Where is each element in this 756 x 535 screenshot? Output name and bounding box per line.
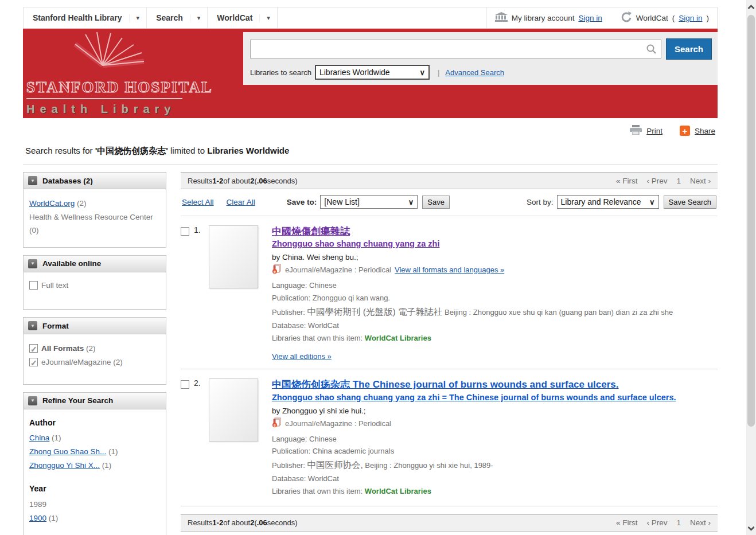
save-to-select[interactable]: [New List] ∨	[320, 195, 418, 209]
share-plus-icon[interactable]: +	[680, 126, 690, 136]
page: Stanford Health Library ▾ Search ▾ World…	[23, 0, 718, 535]
result-2-publisher-cjk: 中国医师协会,	[307, 460, 363, 470]
vertical-scrollbar[interactable]	[746, 0, 756, 535]
facet-worldcat-org-link[interactable]: WorldCat.org	[29, 199, 75, 208]
sort-by-select[interactable]: Library and Relevance ∨	[557, 195, 659, 209]
pagination-prev[interactable]: ‹ Prev	[646, 518, 667, 527]
full-text-checkbox[interactable]	[29, 281, 38, 290]
result-1-database: Database: WorldCat	[272, 319, 718, 332]
results-heading-middle: limited to	[168, 146, 207, 155]
pagination-prev[interactable]: ‹ Prev	[646, 177, 667, 185]
results-of-about: of about	[223, 177, 250, 185]
result-2-worldcat-libraries-link[interactable]: WorldCat Libraries	[365, 487, 431, 495]
result-2-publisher-label: Publisher:	[272, 461, 307, 470]
result-2-checkbox[interactable]	[181, 380, 189, 389]
library-sign-in-link[interactable]: Sign in	[578, 14, 602, 22]
author-china-link[interactable]: China	[29, 434, 49, 442]
print-link[interactable]: Print	[646, 127, 663, 135]
libraries-to-search-label: Libraries to search	[250, 68, 311, 77]
result-1-number: 1.	[194, 225, 209, 361]
result-1-checkbox[interactable]	[181, 227, 189, 236]
menu-worldcat[interactable]: WorldCat ▾	[208, 7, 278, 28]
worldcat-sign-in-link[interactable]: Sign in	[679, 14, 702, 22]
results-bar-top: Results 1-2 of about 2 (.06 seconds) « F…	[181, 172, 718, 189]
results-toolbar: Select All Clear All Save to: [New List]…	[181, 189, 718, 216]
result-1-worldcat-libraries-link[interactable]: WorldCat Libraries	[365, 334, 431, 342]
results-time: .06	[257, 518, 267, 527]
worldcat-swirl-icon	[621, 11, 632, 25]
save-search-button[interactable]: Save Search	[664, 196, 716, 209]
pagination-page-1[interactable]: 1	[676, 518, 681, 527]
collapse-icon[interactable]: ▼	[28, 321, 37, 330]
pagination-next[interactable]: Next ›	[690, 177, 711, 185]
facet-format-title: Format	[42, 322, 69, 330]
all-formats-count: (2)	[84, 344, 95, 353]
results-range: 1-2	[212, 518, 223, 527]
menu-search-label[interactable]: Search	[147, 13, 190, 22]
result-1-view-editions-link[interactable]: View all editions »	[272, 352, 332, 361]
stanford-hospital-logo: STANFORD HOSPITAL Health Library	[26, 30, 216, 116]
result-row-2: 2. 中国烧伤创疡杂志 The Chinese journal of burns…	[181, 369, 718, 506]
chevron-down-icon[interactable]: ▾	[190, 14, 208, 22]
scrollbar-thumb[interactable]	[747, 15, 755, 427]
author-zhongguoshao-link[interactable]: Zhong Guo Shao Sh...	[29, 447, 106, 456]
search-button[interactable]: Search	[666, 38, 712, 60]
separator: |	[438, 68, 439, 77]
results-time: .06	[257, 177, 267, 185]
pagination-first[interactable]: « First	[616, 177, 638, 185]
result-2-subtitle-link[interactable]: Zhongguo shao shang chuang yang za zhi =…	[272, 393, 676, 402]
pagination-page-1[interactable]: 1	[676, 177, 681, 185]
result-1-subtitle-link[interactable]: Zhongguo shao shang chuang yang za zhi	[272, 239, 439, 248]
collapse-icon[interactable]: ▼	[28, 396, 37, 405]
year-1900-link[interactable]: 1900	[29, 514, 46, 522]
top-menu-bar: Stanford Health Library ▾ Search ▾ World…	[23, 7, 718, 29]
facet-refine-title: Refine Your Search	[42, 396, 113, 405]
result-2-title-link[interactable]: 中国烧伤创疡杂志 The Chinese journal of burns wo…	[272, 379, 619, 390]
results-heading-scope: Libraries Worldwide	[207, 146, 289, 155]
result-2-publisher-rest: Beijing : Zhongguo yi shi xie hui, 1989-	[363, 461, 493, 470]
printer-icon[interactable]	[630, 125, 642, 136]
menu-worldcat-label[interactable]: WorldCat	[208, 13, 259, 22]
chevron-down-icon[interactable]: ▾	[129, 14, 147, 22]
results-suffix: seconds)	[267, 177, 298, 185]
pagination-first[interactable]: « First	[616, 518, 638, 527]
select-all-link[interactable]: Select All	[182, 198, 214, 206]
facet-hw-resource-center: Health & Wellness Resource Center (0)	[29, 211, 160, 237]
collapse-icon[interactable]: ▼	[28, 259, 37, 268]
menu-search[interactable]: Search ▾	[147, 7, 208, 28]
menu-stanford-health-library-label[interactable]: Stanford Health Library	[24, 13, 129, 22]
menu-stanford-health-library[interactable]: Stanford Health Library ▾	[24, 7, 147, 28]
save-to-label: Save to:	[287, 198, 317, 206]
clear-all-link[interactable]: Clear All	[227, 198, 255, 206]
libraries-scope-select[interactable]: Libraries Worldwide ∨	[315, 65, 430, 80]
svg-text:e: e	[274, 270, 276, 274]
result-1-thumbnail[interactable]	[209, 225, 258, 288]
full-text-label: Full text	[41, 281, 68, 290]
search-input[interactable]	[250, 40, 661, 58]
author-zhongguoyishi-link[interactable]: Zhongguo Yi Shi X...	[29, 461, 100, 470]
share-link[interactable]: Share	[695, 127, 715, 135]
result-1-author: by China. Wei sheng bu.;	[272, 253, 718, 261]
results-heading-prefix: Search results for	[25, 146, 95, 155]
search-icon[interactable]	[646, 44, 657, 57]
result-2-database: Database: WorldCat	[272, 472, 718, 485]
results-suffix: seconds)	[267, 518, 298, 527]
result-2-language: Language: Chinese	[272, 433, 718, 446]
advanced-search-link[interactable]: Advanced Search	[445, 68, 504, 77]
logo-text-stanford-hospital: STANFORD HOSPITAL	[26, 79, 216, 96]
facet-databases: ▼ Databases (2) WorldCat.org (2) Health …	[23, 172, 166, 248]
logo-divider	[26, 98, 182, 99]
save-button[interactable]: Save	[422, 196, 450, 209]
ejournal-checkbox[interactable]	[29, 358, 38, 366]
pagination-next[interactable]: Next ›	[690, 518, 711, 527]
result-1-view-formats-link[interactable]: View all formats and languages »	[395, 265, 504, 274]
results-bar-bottom: Results 1-2 of about 2 (.06 seconds) « F…	[181, 514, 718, 532]
all-formats-checkbox[interactable]	[29, 344, 38, 353]
scroll-down-icon[interactable]	[746, 522, 756, 534]
page-actions: Print + Share	[23, 118, 718, 142]
scroll-up-icon[interactable]	[746, 1, 756, 13]
result-1-title-link[interactable]: 中國燒傷創瘍雜誌	[272, 226, 350, 237]
result-2-thumbnail[interactable]	[209, 378, 258, 442]
collapse-icon[interactable]: ▼	[28, 176, 37, 185]
chevron-down-icon[interactable]: ▾	[259, 14, 277, 22]
